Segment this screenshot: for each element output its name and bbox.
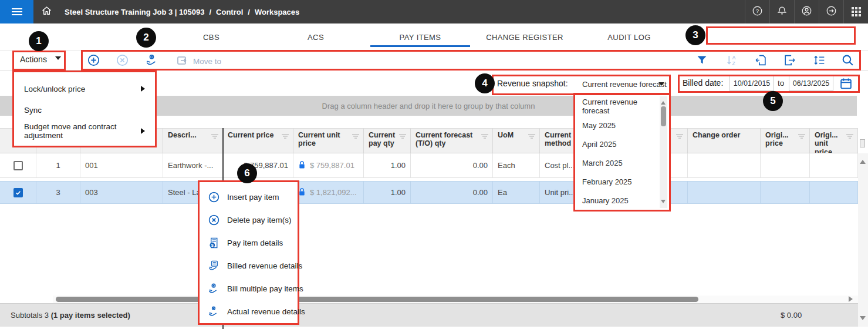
cell-current-pay-qty[interactable]: 1.00 bbox=[364, 153, 411, 178]
hamburger-icon bbox=[12, 6, 22, 17]
scroll-up-arrow-icon[interactable] bbox=[860, 157, 866, 164]
move-to-button[interactable]: Move to bbox=[176, 54, 221, 69]
signout-button[interactable] bbox=[819, 0, 843, 24]
cell-current-forecast-qty[interactable]: 0.00 bbox=[411, 153, 493, 178]
home-button[interactable] bbox=[33, 0, 59, 24]
cell-current-pay-qty[interactable]: 1.00 bbox=[364, 181, 411, 204]
cell-original-price[interactable] bbox=[761, 181, 810, 204]
notifications-button[interactable] bbox=[769, 0, 794, 24]
context-item-delete-pay-item[interactable]: Delete pay item(s) bbox=[200, 209, 298, 231]
billed-date-from-input[interactable] bbox=[729, 76, 774, 91]
revenue-snapshot-dropdown[interactable]: Current revenue forecast bbox=[582, 80, 667, 89]
tab-change-register[interactable]: CHANGE REGISTER bbox=[472, 24, 577, 51]
snapshot-option[interactable]: January 2025 bbox=[575, 191, 657, 210]
cell-description[interactable]: Earthwork -... bbox=[163, 153, 223, 178]
add-pay-item-button[interactable] bbox=[86, 54, 100, 68]
table-row[interactable]: 1 001 Earthwork -... $ 759,887.01 $ 759,… bbox=[0, 153, 858, 178]
actions-button[interactable]: Actions bbox=[20, 55, 61, 64]
filter-button[interactable] bbox=[695, 54, 709, 68]
horizontal-scrollbar[interactable] bbox=[53, 296, 858, 303]
cell-current-forecast-qty[interactable]: 0.00 bbox=[411, 181, 493, 204]
column-filter-icon[interactable] bbox=[281, 133, 289, 141]
cell-pay-item[interactable]: 003 bbox=[80, 181, 163, 204]
scroll-right-arrow-icon[interactable] bbox=[849, 296, 856, 302]
column-filter-icon[interactable] bbox=[846, 133, 854, 141]
breadcrumb-page[interactable]: Workspaces bbox=[255, 8, 299, 16]
cell-change-order[interactable] bbox=[688, 153, 761, 178]
column-header-description[interactable]: Descri... bbox=[163, 128, 223, 153]
snapshot-option[interactable]: February 2025 bbox=[575, 172, 657, 191]
cell-current-unit-price[interactable]: $ 1,821,092... bbox=[293, 181, 364, 204]
export-button[interactable] bbox=[782, 54, 796, 68]
column-header-uom[interactable]: UoM bbox=[493, 128, 540, 153]
calendar-button[interactable] bbox=[839, 77, 853, 93]
scroll-down-arrow-icon[interactable] bbox=[860, 316, 866, 323]
dropdown-scrollbar-thumb[interactable] bbox=[661, 106, 666, 126]
column-header-current-forecast-qty[interactable]: Current forecast (T/O) qty bbox=[411, 128, 493, 153]
column-filter-icon[interactable] bbox=[352, 133, 360, 141]
scroll-down-arrow-icon[interactable] bbox=[661, 200, 666, 206]
context-item-bill-multiple-pay-items[interactable]: Bill multiple pay items bbox=[200, 277, 298, 300]
column-header-current-pay-qty[interactable]: Current pay qty bbox=[364, 128, 411, 153]
main-menu-button[interactable] bbox=[0, 0, 33, 24]
row-checkbox-checked[interactable] bbox=[13, 188, 23, 197]
cell-original-unit-price[interactable] bbox=[810, 181, 858, 204]
menu-item-lock-unlock-price[interactable]: Lock/unlock price bbox=[14, 78, 155, 99]
context-item-pay-item-details[interactable]: $ Pay item details bbox=[200, 231, 298, 254]
cell-uom[interactable]: Each bbox=[493, 153, 540, 178]
table-row-selected[interactable]: 3 003 Steel - La $ 1,821,092... 1.00 0.0… bbox=[0, 181, 858, 204]
context-item-insert-pay-item[interactable]: Insert pay item bbox=[200, 186, 298, 209]
column-header-current-unit-price[interactable]: Current unit price bbox=[293, 128, 364, 153]
apps-button[interactable] bbox=[843, 0, 868, 24]
cell-current-price[interactable]: $ 759,887.01 bbox=[223, 153, 293, 178]
menu-item-sync[interactable]: Sync bbox=[14, 99, 155, 120]
bill-pay-items-button[interactable] bbox=[144, 54, 158, 68]
snapshot-option[interactable]: Current revenue forecast bbox=[575, 97, 657, 116]
help-button[interactable]: ? bbox=[745, 0, 769, 24]
account-button[interactable] bbox=[794, 0, 819, 24]
cell-uom[interactable]: Ea bbox=[493, 181, 540, 204]
tab-audit-log[interactable]: AUDIT LOG bbox=[577, 24, 681, 51]
context-item-actual-revenue-details[interactable]: Actual revenue details bbox=[200, 300, 298, 323]
snapshot-option[interactable]: March 2025 bbox=[575, 153, 657, 172]
scroll-up-arrow-icon[interactable] bbox=[661, 99, 666, 105]
import-button[interactable] bbox=[754, 54, 768, 68]
cell-original-unit-price[interactable] bbox=[810, 153, 858, 178]
tab-acs[interactable]: ACS bbox=[264, 24, 368, 51]
billed-revenue-details-icon bbox=[207, 260, 220, 273]
revenue-snapshot-caret-icon[interactable] bbox=[658, 82, 664, 89]
cell-original-price[interactable] bbox=[761, 153, 810, 178]
column-filter-icon[interactable] bbox=[481, 133, 489, 141]
column-header-original-price[interactable]: Origi... price bbox=[761, 128, 810, 153]
row-height-button[interactable] bbox=[812, 54, 826, 68]
cell-current-unit-price[interactable]: $ 759,887.01 bbox=[293, 153, 364, 178]
breadcrumb-project[interactable]: Steel Structure Training Job 3 | 105093 bbox=[65, 8, 204, 16]
column-filter-icon[interactable] bbox=[798, 133, 806, 141]
column-filter-icon[interactable] bbox=[398, 133, 407, 141]
snapshot-option[interactable]: April 2025 bbox=[575, 135, 657, 153]
delete-pay-item-button[interactable] bbox=[115, 54, 129, 68]
snapshot-option[interactable]: May 2025 bbox=[575, 116, 657, 135]
column-filter-icon[interactable] bbox=[211, 133, 219, 141]
tab-cbs[interactable]: CBS bbox=[159, 24, 264, 51]
column-filter-icon[interactable] bbox=[528, 133, 536, 141]
breadcrumb-module[interactable]: Control bbox=[216, 8, 243, 16]
column-pin-handle[interactable] bbox=[860, 139, 865, 147]
column-filter-icon[interactable] bbox=[676, 133, 684, 141]
sort-button[interactable]: A Z bbox=[724, 54, 738, 68]
cell-change-order[interactable] bbox=[688, 181, 761, 204]
column-header-current-price[interactable]: Current price bbox=[223, 128, 293, 153]
vertical-scrollbar[interactable] bbox=[858, 153, 868, 327]
column-header-change-order[interactable]: Change order bbox=[688, 128, 761, 153]
tab-pay-items[interactable]: PAY ITEMS bbox=[368, 24, 472, 51]
billed-date-to-input[interactable] bbox=[789, 76, 833, 91]
search-button[interactable] bbox=[840, 54, 855, 68]
menu-item-budget-move[interactable]: Budget move and contract adjustment bbox=[14, 120, 155, 142]
horizontal-scrollbar-thumb[interactable] bbox=[56, 297, 698, 302]
cell-pay-item[interactable]: 001 bbox=[80, 153, 163, 178]
tabs-row: CBS ACS PAY ITEMS CHANGE REGISTER AUDIT … bbox=[0, 24, 868, 51]
column-header-original-unit-price[interactable]: Origi... unit price bbox=[810, 128, 858, 153]
row-checkbox[interactable] bbox=[13, 161, 23, 170]
dropdown-scrollbar[interactable] bbox=[660, 96, 667, 208]
context-item-billed-revenue-details[interactable]: Billed revenue details bbox=[200, 254, 298, 277]
